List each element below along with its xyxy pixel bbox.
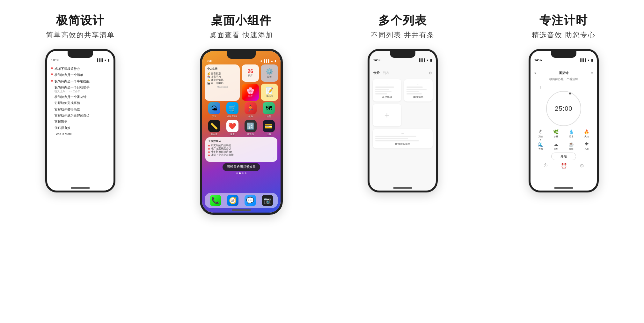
coffee-icon: ☕ <box>568 142 574 147</box>
sound-rain[interactable]: ⏱ 滴答 <box>534 129 548 140</box>
panel4-title: 专注计时 <box>539 13 588 28</box>
widget-item: 📚 读书学习 <box>207 75 237 79</box>
app-icon-appstore: 🛒 App Store <box>224 102 240 118</box>
panel-2: 桌面小组件 桌面查看 快速添加 5:39 ◂ ▐▐▐ ▲ ▮ 个人生活 💰 查看… <box>161 0 322 323</box>
app-icon-wallet: 💳 钱包 <box>260 120 277 136</box>
panel-3: 多个列表 不同列表 井井有条 14:35 ▐▐▐ ▲ ▮ 卡片 列表 ⚙ <box>322 0 483 323</box>
home-bar-3 <box>393 187 412 189</box>
transparent-badge-container: 可设置透明背景效果 <box>202 163 281 171</box>
tab-cards[interactable]: 卡片 <box>373 71 380 75</box>
home-bar-2 <box>232 209 251 211</box>
calendar-day: 26 <box>247 69 253 74</box>
transparent-badge: 可设置透明背景效果 <box>223 163 260 171</box>
app-icon-maps: 🗺 地图 <box>260 102 277 118</box>
app-icon-health: ❤️ 健康 <box>224 120 240 136</box>
sound-coffee[interactable]: ☕ 咖啡 <box>564 142 578 151</box>
dock-phone: 📞 <box>210 195 221 206</box>
pomo-start-container: 开始 <box>531 153 597 160</box>
widget-item: 💰 查看股票 <box>207 72 237 75</box>
sound-storm[interactable]: 🌪 风暴 <box>580 142 594 151</box>
add-icon: + <box>384 110 389 120</box>
alarm-icon[interactable]: ⏰ <box>561 163 567 169</box>
card-label-travel: 旅游准备清单 <box>375 142 430 146</box>
fitness-label: 健身 <box>248 115 253 118</box>
calc-label: 计算器 <box>247 133 254 136</box>
home-dock: 📞 🧭 💬 📷 <box>205 193 278 208</box>
panel4-subtitle: 精选音效 助您专心 <box>532 30 596 40</box>
sound-water[interactable]: 💧 流水 <box>564 129 578 140</box>
phone-screen-4: 14:37 ▐▐▐ ▲ ▮ × 番茄钟 ≡ 极简待办是一个番茄钟 ♪ 25:00 <box>531 51 597 191</box>
card-item-shopping[interactable]: ··· 购物清单 <box>404 79 433 101</box>
card-item-meeting[interactable]: ··· 会议事项 <box>373 79 401 101</box>
ocean-icon: 🌊 <box>538 142 543 147</box>
weather-icon: 🌤 <box>208 102 220 114</box>
app-icon-ruler: 📏 测距仪 <box>206 120 222 136</box>
sound-ocean[interactable]: 🌊 大海 <box>534 142 548 151</box>
fire-label: 火焰 <box>584 135 589 138</box>
settings-icon: ⚙️ <box>266 68 274 75</box>
pomo-header: × 番茄钟 ≡ <box>531 63 597 77</box>
phone-1: 10:50 ▐▐▐ ▲ ▮ 感谢下载极简待办 极简待办是一个清单 <box>45 49 115 192</box>
sound-active-dot <box>540 139 541 140</box>
ruler-icon: 📏 <box>208 120 220 132</box>
widget-item: 💪 健身房锻炼 <box>207 79 237 82</box>
panel3-title: 多个列表 <box>378 13 427 28</box>
tab-list[interactable]: 列表 <box>383 71 389 75</box>
location-icon: ◂ <box>260 59 262 63</box>
forest-label: 森林 <box>554 135 558 138</box>
home-bar-1 <box>71 187 90 189</box>
pomo-circle-dot <box>569 93 571 94</box>
appstore-label: App Store <box>227 115 237 117</box>
card-header: 卡片 列表 ⚙ <box>370 63 436 78</box>
wifi-icon: ▲ <box>587 58 590 62</box>
small-widgets: 26 日历 ⚙️ 设置 🌸 照片 <box>242 64 278 101</box>
list-item-sub: 明天 上午10:31 工作日 <box>51 90 110 93</box>
appstore-icon: 🛒 <box>226 102 238 114</box>
widget-row: 个人生活 💰 查看股票 📚 读书学习 💪 健身房锻炼 🎬 看一部电影 Minim… <box>202 63 281 102</box>
widget-item: 🎬 看一部电影 <box>207 82 237 85</box>
settings-gear-icon[interactable]: ⚙ <box>428 71 432 75</box>
card-line <box>406 93 422 94</box>
card-full-more: ··· <box>375 131 430 135</box>
sound-meditate[interactable]: ☁ 冥想 <box>549 142 563 151</box>
water-icon: 💧 <box>568 129 574 134</box>
sound-forest[interactable]: 🌿 森林 <box>549 129 563 140</box>
card-more: ··· <box>406 83 430 86</box>
settings-widget: ⚙️ 设置 <box>261 64 278 82</box>
status-icons-3: ▐▐▐ ▲ ▮ <box>418 58 432 62</box>
card-plus[interactable]: + <box>373 104 401 126</box>
settings-icon[interactable]: ⚙ <box>580 163 584 169</box>
home-status-icons: ◂ ▐▐▐ ▲ ▮ <box>260 59 276 63</box>
phone-screen-1: 10:50 ▐▐▐ ▲ ▮ 感谢下载极简待办 极简待办是一个清单 <box>47 51 113 191</box>
phone-4: 14:37 ▐▐▐ ▲ ▮ × 番茄钟 ≡ 极简待办是一个番茄钟 ♪ 25:00 <box>529 49 599 192</box>
panel2-subtitle: 桌面查看 快速添加 <box>209 30 273 40</box>
timer-icon[interactable]: ⏱ <box>543 163 548 169</box>
app-icon-weather: 🌤 天气 <box>206 102 222 118</box>
meditate-label: 冥想 <box>554 147 558 151</box>
health-icon: ❤️ <box>226 120 238 132</box>
list-item: 极简待办是一个番茄钟 <box>51 94 110 100</box>
status-icons-4: ▐▐▐ ▲ ▮ <box>579 58 593 62</box>
close-button[interactable]: × <box>534 71 536 75</box>
home-time: 5:39 <box>207 59 212 63</box>
page-dot <box>245 172 246 174</box>
start-button[interactable]: 开始 <box>551 153 576 160</box>
todo-item: 准备新项目演讲ppt <box>208 150 274 154</box>
ocean-label: 大海 <box>538 147 543 151</box>
calc-icon: 🔢 <box>245 120 257 132</box>
panel2-title: 桌面小组件 <box>211 13 272 28</box>
water-label: 流水 <box>569 135 574 138</box>
app-grid-1: 🌤 天气 🛒 App Store 🏃 健身 🗺 地图 <box>202 102 281 118</box>
battery-icon: ▮ <box>591 58 593 62</box>
notes-widget: 📝 备忘录 <box>261 84 278 101</box>
dock-safari: 🧭 <box>227 195 238 206</box>
page-dot <box>242 172 244 174</box>
page-dot-active <box>239 172 241 174</box>
menu-button[interactable]: ≡ <box>591 71 593 75</box>
phone-notch-1 <box>68 51 93 58</box>
page-dots <box>202 172 281 174</box>
card-item-travel[interactable]: ··· 旅游准备清单 <box>373 129 433 148</box>
fitness-icon: 🏃 <box>245 102 257 114</box>
storm-label: 风暴 <box>584 147 589 151</box>
sound-fire[interactable]: 🔥 火焰 <box>580 129 594 140</box>
